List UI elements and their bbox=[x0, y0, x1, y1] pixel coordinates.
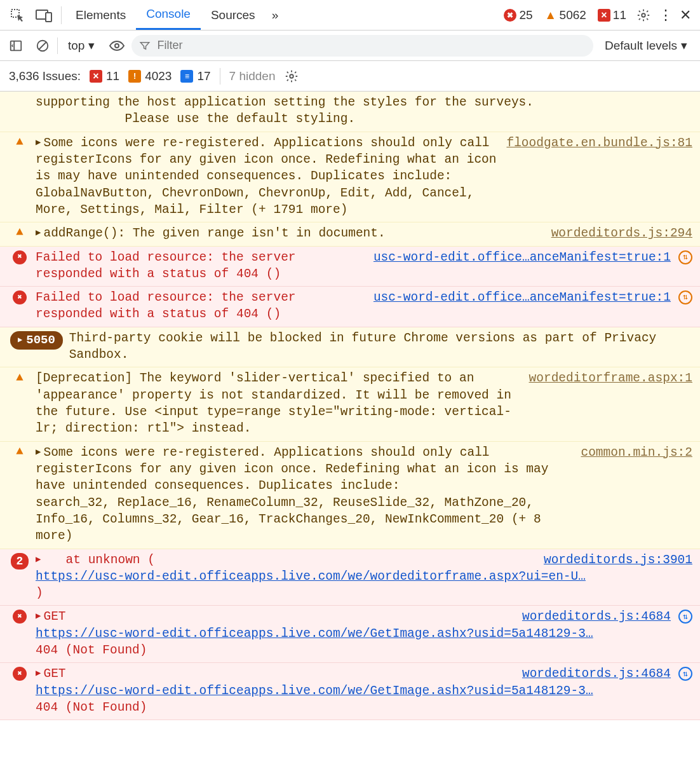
console-message: ▶Some icons were re-registered. Applicat… bbox=[0, 442, 700, 549]
repeat-count-badge[interactable]: ▶ 5050 bbox=[10, 331, 63, 350]
more-tabs-button[interactable]: » bbox=[266, 0, 285, 30]
expand-icon[interactable]: ▶ bbox=[36, 446, 41, 458]
issues-red[interactable]: 11 bbox=[90, 69, 119, 83]
info-square-icon bbox=[180, 70, 193, 83]
message-text[interactable]: ▶Some icons were re-registered. Applicat… bbox=[36, 444, 573, 545]
warning-icon bbox=[13, 446, 26, 458]
blocked-icon bbox=[598, 9, 610, 22]
initiator-icon[interactable] bbox=[678, 290, 692, 304]
expand-icon[interactable]: ▶ bbox=[36, 610, 41, 622]
expand-icon[interactable]: ▶ bbox=[36, 554, 41, 566]
issues-bar: 3,636 Issues: 11 4023 17 7 hidden bbox=[0, 61, 700, 92]
error-count[interactable]: 25 bbox=[500, 8, 536, 22]
source-link[interactable]: wordeditorframe.aspx:1 bbox=[529, 370, 692, 386]
blocked-count[interactable]: 11 bbox=[594, 8, 630, 22]
divider bbox=[220, 68, 220, 85]
message-text[interactable]: Failed to load resource: the server resp… bbox=[36, 289, 366, 323]
console-message: ▶ 5050Third-party cookie will be blocked… bbox=[0, 327, 700, 368]
issues-label: 3,636 Issues: bbox=[9, 69, 81, 83]
svg-point-3 bbox=[642, 13, 645, 17]
svg-point-6 bbox=[115, 44, 119, 48]
message-link[interactable]: https://usc-word-edit.officeapps.live.co… bbox=[36, 627, 593, 641]
tab-elements[interactable]: Elements bbox=[65, 0, 136, 30]
tab-sources[interactable]: Sources bbox=[201, 0, 266, 30]
message-text[interactable]: [Deprecation] The keyword 'slider-vertic… bbox=[36, 370, 522, 437]
source-link[interactable]: wordeditords.js:3901 bbox=[544, 552, 692, 568]
source-link[interactable]: usc-word-edit.office…anceManifest=true:1 bbox=[374, 249, 671, 266]
message-body: supporting the host application setting … bbox=[36, 94, 692, 128]
clear-console-icon[interactable] bbox=[30, 31, 55, 60]
divider bbox=[61, 6, 62, 24]
message-status: 404 (Not Found) bbox=[36, 699, 692, 716]
filter-input[interactable] bbox=[131, 35, 593, 57]
source-link[interactable]: floodgate.en.bundle.js:81 bbox=[506, 135, 692, 151]
devtools-tabbar: Elements Console Sources » 25 5062 11 ⋮ … bbox=[0, 0, 700, 31]
issues-orange[interactable]: 4023 bbox=[128, 69, 172, 83]
message-gutter bbox=[10, 225, 29, 239]
repeat-count-badge[interactable]: 2 bbox=[11, 553, 29, 570]
source-link[interactable]: wordeditords.js:4684 bbox=[522, 665, 671, 682]
tab-console[interactable]: Console bbox=[136, 0, 201, 30]
message-gutter: ▶ 5050 bbox=[10, 330, 63, 350]
error-square-icon bbox=[90, 70, 102, 83]
expand-icon[interactable]: ▶ bbox=[36, 137, 41, 149]
divider bbox=[57, 38, 58, 54]
message-text[interactable]: supporting the host application setting … bbox=[36, 94, 692, 128]
message-link[interactable]: https://usc-word-edit.officeapps.live.co… bbox=[36, 570, 586, 584]
message-gutter bbox=[10, 665, 29, 681]
console-toolbar: top ▾ Default levels ▾ bbox=[0, 31, 700, 61]
console-message: ▶Some icons were re-registered. Applicat… bbox=[0, 132, 700, 223]
toggle-sidebar-icon[interactable] bbox=[4, 31, 28, 60]
initiator-icon[interactable] bbox=[678, 610, 692, 624]
live-expression-icon[interactable] bbox=[105, 31, 129, 60]
execution-context-selector[interactable]: top ▾ bbox=[60, 38, 102, 53]
message-link[interactable]: https://usc-word-edit.officeapps.live.co… bbox=[36, 684, 593, 698]
chevron-down-icon: ▾ bbox=[681, 38, 687, 53]
message-body: Failed to load resource: the server resp… bbox=[36, 289, 692, 323]
source-link[interactable]: wordeditords.js:294 bbox=[551, 225, 692, 242]
message-body: Failed to load resource: the server resp… bbox=[36, 249, 692, 283]
device-toolbar-icon[interactable] bbox=[30, 0, 57, 30]
issues-blue-count: 17 bbox=[197, 69, 210, 83]
warning-count[interactable]: 5062 bbox=[541, 8, 590, 22]
message-text[interactable]: Failed to load resource: the server resp… bbox=[36, 249, 366, 283]
error-icon bbox=[504, 9, 516, 22]
context-label: top bbox=[68, 39, 84, 53]
inspect-element-icon[interactable] bbox=[4, 0, 30, 30]
issues-blue[interactable]: 17 bbox=[180, 69, 210, 83]
source-link[interactable]: usc-word-edit.office…anceManifest=true:1 bbox=[374, 289, 671, 306]
chevron-down-icon: ▾ bbox=[88, 38, 95, 53]
message-body: ▶Some icons were re-registered. Applicat… bbox=[36, 135, 692, 219]
close-icon[interactable]: ✕ bbox=[675, 0, 696, 30]
log-levels-selector[interactable]: Default levels ▾ bbox=[596, 38, 696, 53]
initiator-icon[interactable] bbox=[678, 667, 692, 681]
issues-settings-icon[interactable] bbox=[285, 69, 299, 83]
message-gutter bbox=[10, 135, 29, 149]
settings-icon[interactable] bbox=[630, 0, 657, 30]
message-body: ▶GET wordeditords.js:4684https://usc-wor… bbox=[36, 608, 692, 659]
warning-icon bbox=[13, 226, 26, 239]
console-messages: supporting the host application setting … bbox=[0, 92, 700, 720]
message-gutter: 2 bbox=[10, 552, 29, 570]
message-text[interactable]: Third-party cookie will be blocked in fu… bbox=[69, 330, 692, 364]
issues-orange-count: 4023 bbox=[145, 69, 172, 83]
source-link[interactable]: wordeditords.js:4684 bbox=[522, 608, 671, 625]
message-text[interactable]: ▶GET bbox=[36, 665, 515, 682]
issues-red-count: 11 bbox=[106, 69, 119, 83]
warning-icon bbox=[13, 371, 26, 384]
message-gutter bbox=[10, 608, 29, 624]
hidden-issues[interactable]: 7 hidden bbox=[229, 69, 276, 83]
message-text[interactable]: ▶Some icons were re-registered. Applicat… bbox=[36, 135, 499, 219]
initiator-icon[interactable] bbox=[678, 250, 692, 264]
message-text[interactable]: ▶addRange(): The given range isn't in do… bbox=[36, 225, 544, 242]
filter-icon bbox=[139, 40, 151, 51]
console-message: supporting the host application setting … bbox=[0, 92, 700, 132]
expand-icon[interactable]: ▶ bbox=[36, 667, 41, 679]
message-text[interactable]: ▶ at unknown ( bbox=[36, 552, 536, 568]
error-icon bbox=[13, 290, 27, 304]
message-text[interactable]: ▶GET bbox=[36, 608, 515, 625]
expand-icon[interactable]: ▶ bbox=[36, 227, 41, 239]
kebab-menu-icon[interactable]: ⋮ bbox=[657, 0, 675, 30]
message-body: [Deprecation] The keyword 'slider-vertic… bbox=[36, 370, 692, 437]
source-link[interactable]: common.min.js:2 bbox=[581, 444, 692, 461]
